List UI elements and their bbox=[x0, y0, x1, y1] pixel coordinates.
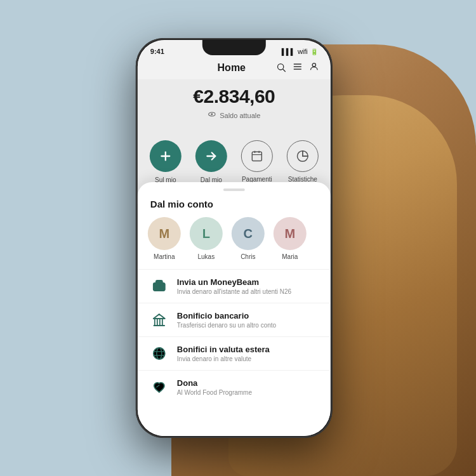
bottom-sheet: Dal mio conto M Martina L Lukas C Chris … bbox=[138, 182, 331, 436]
profile-icon[interactable] bbox=[309, 62, 319, 74]
bank-icon bbox=[149, 310, 169, 330]
contact-name-lukas: Lukas bbox=[197, 253, 215, 260]
svg-marker-19 bbox=[154, 314, 165, 319]
action-circle-plus bbox=[150, 140, 182, 172]
menu-item-valuta[interactable]: Bonifici in valuta estera Invia denaro i… bbox=[138, 336, 331, 370]
contacts-row: M Martina L Lukas C Chris M Maria bbox=[138, 217, 331, 269]
balance-section: €2.834,60 Saldo attuale bbox=[138, 79, 331, 131]
svg-line-1 bbox=[283, 69, 286, 72]
page-title: Home bbox=[218, 62, 246, 74]
globe-icon bbox=[149, 343, 169, 364]
menu-text-moneybeam: Invia un MoneyBeam Invia denaro all'ista… bbox=[177, 277, 319, 295]
balance-label-row: Saldo attuale bbox=[150, 110, 318, 121]
menu-title-dona: Dona bbox=[177, 378, 319, 388]
avatar-chris: C bbox=[232, 217, 265, 250]
contact-maria[interactable]: M Maria bbox=[274, 217, 307, 260]
action-circle-arrow bbox=[195, 140, 227, 172]
moneybeam-icon bbox=[149, 276, 169, 296]
contact-lukas[interactable]: L Lukas bbox=[190, 217, 223, 260]
status-time: 9:41 bbox=[150, 48, 164, 55]
sheet-handle bbox=[223, 188, 245, 191]
menu-icon[interactable] bbox=[293, 62, 303, 74]
contact-name-maria: Maria bbox=[282, 253, 298, 260]
wifi-icon: wifi bbox=[298, 48, 308, 55]
app-header: Home bbox=[138, 60, 331, 79]
menu-text-bonifico: Bonificio bancario Trasferisci denaro su… bbox=[177, 311, 319, 329]
search-icon[interactable] bbox=[276, 62, 286, 74]
menu-title-moneybeam: Invia un MoneyBeam bbox=[177, 277, 319, 287]
menu-item-moneybeam[interactable]: Invia un MoneyBeam Invia denaro all'ista… bbox=[138, 269, 331, 303]
menu-item-bonifico[interactable]: Bonificio bancario Trasferisci denaro su… bbox=[138, 303, 331, 336]
avatar-maria: M bbox=[274, 217, 307, 250]
menu-subtitle-moneybeam: Invia denaro all'istante ad altri utenti… bbox=[177, 288, 319, 295]
phone-screen: 9:41 ▌▌▌ wifi 🔋 Home bbox=[138, 40, 331, 436]
svg-point-7 bbox=[211, 114, 213, 116]
contact-name-chris: Chris bbox=[241, 253, 255, 260]
menu-subtitle-bonifico: Trasferisci denaro su un altro conto bbox=[177, 322, 319, 329]
svg-point-5 bbox=[312, 63, 315, 67]
phone-notch bbox=[202, 40, 266, 55]
balance-label: Saldo attuale bbox=[220, 112, 260, 119]
avatar-lukas: L bbox=[190, 217, 223, 250]
contact-chris[interactable]: C Chris bbox=[232, 217, 265, 260]
sheet-title: Dal mio conto bbox=[138, 199, 331, 217]
contact-martina[interactable]: M Martina bbox=[148, 217, 181, 260]
svg-rect-11 bbox=[252, 152, 261, 161]
avatar-martina: M bbox=[148, 217, 181, 250]
action-circle-calendar bbox=[241, 140, 273, 172]
signal-icon: ▌▌▌ bbox=[282, 48, 295, 55]
menu-subtitle-valuta: Invia denaro in altre valute bbox=[177, 355, 319, 362]
menu-text-valuta: Bonifici in valuta estera Invia denaro i… bbox=[177, 345, 319, 362]
menu-subtitle-dona: Al World Food Programme bbox=[177, 389, 319, 396]
contact-name-martina: Martina bbox=[154, 253, 175, 260]
status-icons: ▌▌▌ wifi 🔋 bbox=[282, 48, 318, 55]
heart-icon bbox=[149, 377, 169, 397]
svg-point-21 bbox=[157, 348, 162, 359]
action-circle-chart bbox=[287, 140, 319, 172]
menu-item-dona[interactable]: Dona Al World Food Programme bbox=[138, 370, 331, 404]
menu-title-bonifico: Bonificio bancario bbox=[177, 311, 319, 321]
eye-icon[interactable] bbox=[208, 110, 216, 121]
battery-icon: 🔋 bbox=[310, 48, 318, 55]
balance-amount: €2.834,60 bbox=[150, 86, 318, 107]
menu-text-dona: Dona Al World Food Programme bbox=[177, 378, 319, 396]
phone: 9:41 ▌▌▌ wifi 🔋 Home bbox=[136, 38, 333, 438]
header-icons bbox=[276, 62, 319, 74]
menu-title-valuta: Bonifici in valuta estera bbox=[177, 345, 319, 354]
